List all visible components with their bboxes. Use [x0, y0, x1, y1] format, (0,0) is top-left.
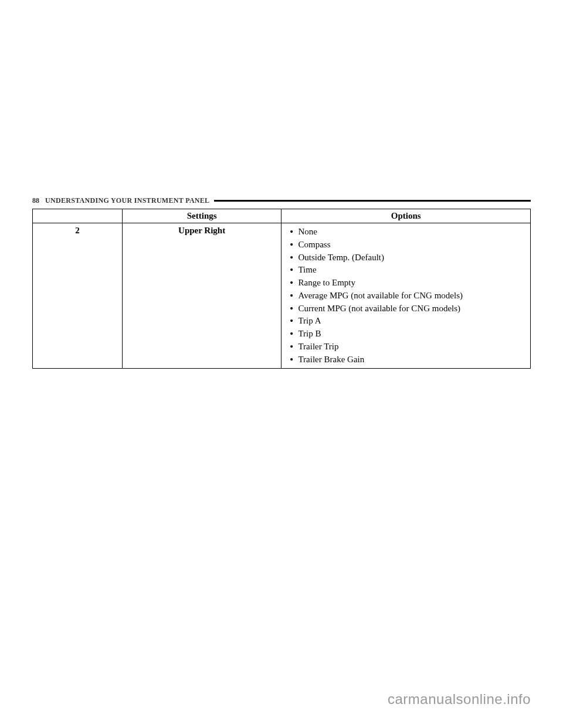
- section-title: UNDERSTANDING YOUR INSTRUMENT PANEL: [45, 196, 209, 205]
- cell-options: None Compass Outside Temp. (Default) Tim…: [282, 223, 531, 369]
- option-item: Time: [289, 264, 525, 277]
- watermark: carmanualsonline.info: [388, 691, 531, 707]
- cell-setting: Upper Right: [122, 223, 282, 369]
- options-list: None Compass Outside Temp. (Default) Tim…: [286, 226, 525, 366]
- table-row: 2 Upper Right None Compass Outside Temp.…: [33, 223, 531, 369]
- option-item: Range to Empty: [289, 277, 525, 290]
- option-item: None: [289, 226, 525, 239]
- header-col-settings: Settings: [122, 209, 282, 223]
- page-number: 88: [32, 196, 39, 205]
- option-item: Trip A: [289, 315, 525, 328]
- cell-number: 2: [33, 223, 123, 369]
- option-item: Trip B: [289, 328, 525, 341]
- page-header: 88 UNDERSTANDING YOUR INSTRUMENT PANEL: [32, 196, 531, 205]
- page-content: 88 UNDERSTANDING YOUR INSTRUMENT PANEL S…: [0, 0, 563, 369]
- option-item: Trailer Brake Gain: [289, 353, 525, 366]
- header-divider-line: [214, 200, 531, 202]
- option-item: Outside Temp. (Default): [289, 251, 525, 264]
- settings-table: Settings Options 2 Upper Right None Comp…: [32, 209, 531, 369]
- option-item: Average MPG (not available for CNG model…: [289, 290, 525, 302]
- header-col-number: [33, 209, 123, 223]
- option-item: Trailer Trip: [289, 341, 525, 353]
- header-col-options: Options: [282, 209, 531, 223]
- option-item: Compass: [289, 239, 525, 251]
- option-item: Current MPG (not available for CNG model…: [289, 302, 525, 315]
- table-header-row: Settings Options: [33, 209, 531, 223]
